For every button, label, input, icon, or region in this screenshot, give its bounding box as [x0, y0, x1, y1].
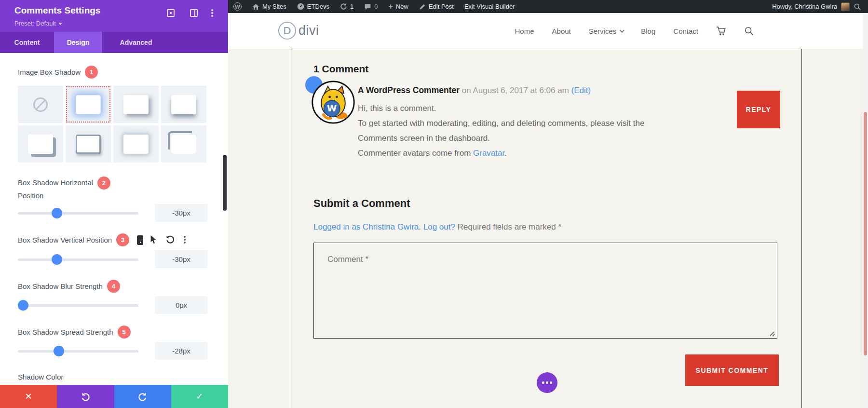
- panel-menu-kebab-icon[interactable]: [211, 9, 213, 17]
- spread-strength-value[interactable]: -28px: [155, 342, 208, 360]
- slider-knob[interactable]: [18, 300, 28, 311]
- image-box-shadow-label-row: Image Box Shadow 1: [18, 66, 98, 79]
- comment-line-3: Comments screen in the dashboard.: [358, 134, 490, 143]
- spread-strength-label: Box Shadow Spread Strength: [18, 328, 113, 336]
- tab-content[interactable]: Content: [0, 32, 54, 53]
- shadow-preset-bottom-right[interactable]: [113, 86, 159, 123]
- my-sites-label: My Sites: [262, 3, 286, 10]
- logout-link[interactable]: Log out?: [423, 222, 455, 231]
- tab-design[interactable]: Design: [54, 32, 102, 53]
- blur-strength-value[interactable]: 0px: [155, 296, 208, 314]
- exit-visual-builder[interactable]: Exit Visual Builder: [459, 0, 520, 13]
- vertical-position-slider[interactable]: [18, 254, 138, 265]
- horizontal-position-value[interactable]: -30px: [155, 204, 208, 222]
- blur-strength-slider[interactable]: [18, 300, 138, 311]
- comment-line-1: Hi, this is a comment.: [358, 104, 436, 113]
- step-badge-5: 5: [118, 326, 131, 339]
- page-scrollbar[interactable]: [863, 13, 868, 408]
- panel-body: Image Box Shadow 1 Box Shadow Horizontal…: [0, 53, 228, 385]
- caret-down-icon: [58, 23, 62, 25]
- image-box-shadow-label: Image Box Shadow: [18, 68, 81, 76]
- responsive-phone-icon[interactable]: [137, 235, 143, 245]
- admin-search-icon[interactable]: [854, 3, 861, 11]
- comments-menu[interactable]: 0: [359, 0, 383, 13]
- submit-comment-button[interactable]: SUBMIT COMMENT: [685, 354, 779, 386]
- site-search-icon[interactable]: [744, 26, 754, 36]
- svg-text:W: W: [327, 103, 337, 113]
- divi-logo-icon: D: [278, 22, 296, 40]
- updates-icon: [340, 3, 347, 10]
- vertical-position-value[interactable]: -30px: [155, 250, 208, 268]
- redo-button[interactable]: [114, 385, 171, 408]
- step-badge-2: 2: [97, 177, 110, 190]
- howdy-menu[interactable]: Howdy, Christina Gwira: [772, 0, 837, 13]
- divi-logo-text: divi: [298, 23, 319, 38]
- horizontal-position-slider[interactable]: [18, 208, 138, 218]
- shadow-preset-bottom[interactable]: [161, 86, 206, 123]
- save-button[interactable]: ✓: [171, 385, 228, 408]
- undo-button[interactable]: [57, 385, 114, 408]
- logged-in-as-link[interactable]: Logged in as Christina Gwira: [313, 222, 419, 231]
- nav-home[interactable]: Home: [515, 27, 534, 35]
- page-preview: 1 Comment W A WordPress Commenter on Aug…: [228, 49, 868, 408]
- nav-services[interactable]: Services: [589, 27, 624, 35]
- site-logo[interactable]: D divi: [278, 22, 319, 40]
- wapuu-avatar-icon: W: [311, 80, 355, 124]
- cart-icon[interactable]: [716, 26, 726, 36]
- shadow-preset-soft-glow[interactable]: [113, 125, 159, 163]
- tab-advanced[interactable]: Advanced: [102, 32, 170, 53]
- spread-strength-slider[interactable]: [18, 346, 138, 356]
- comment-line-2: To get started with moderating, editing,…: [358, 119, 644, 128]
- reset-undo-icon[interactable]: [165, 235, 176, 245]
- slider-knob[interactable]: [52, 254, 62, 265]
- site-nav: Home About Services Blog Contact: [515, 13, 754, 49]
- blur-strength-label: Box Shadow Blur Strength: [18, 282, 103, 290]
- logged-in-line: Logged in as Christina Gwira. Log out? R…: [313, 222, 561, 232]
- section-options-dots-button[interactable]: [537, 372, 557, 393]
- wp-admin-bar: W My Sites ETDevs 1 0 +: [228, 0, 868, 13]
- hover-cursor-icon[interactable]: [149, 235, 160, 245]
- shadow-color-label: Shadow Color: [18, 373, 63, 381]
- panel-scrollbar-thumb[interactable]: [223, 155, 227, 211]
- slider-knob[interactable]: [52, 208, 62, 218]
- reply-button[interactable]: REPLY: [737, 91, 780, 128]
- edit-post-menu[interactable]: Edit Post: [414, 0, 459, 13]
- gravatar-link[interactable]: Gravatar: [473, 149, 504, 158]
- gauge-icon: [297, 3, 304, 10]
- discard-button[interactable]: ✕: [0, 385, 57, 408]
- step-badge-4: 4: [107, 280, 120, 293]
- comment-textarea[interactable]: [313, 243, 777, 339]
- nav-about[interactable]: About: [552, 27, 571, 35]
- page-scrollbar-thumb[interactable]: [864, 112, 867, 355]
- box-shadow-presets: [18, 86, 207, 163]
- preset-selector[interactable]: Preset: Default: [14, 20, 62, 27]
- shadow-preset-none[interactable]: [18, 86, 63, 123]
- none-icon: [33, 97, 48, 112]
- expand-modal-icon[interactable]: [167, 9, 175, 17]
- comments-settings-panel: Comments Settings Preset: Default Conten…: [0, 0, 228, 408]
- shadow-preset-border[interactable]: [66, 125, 111, 163]
- chevron-down-icon: [620, 28, 624, 33]
- panel-footer: ✕ ✓: [0, 385, 228, 408]
- panel-tabs: Content Design Advanced: [0, 32, 228, 53]
- comment-date: on August 6, 2017 at 6:06 am: [460, 86, 571, 95]
- shadow-preset-glow-selected[interactable]: [66, 86, 111, 123]
- split-view-icon[interactable]: [190, 9, 198, 17]
- option-kebab-icon[interactable]: [184, 236, 186, 245]
- shadow-preset-corner[interactable]: [161, 125, 206, 163]
- panel-title: Comments Settings: [14, 5, 100, 16]
- nav-blog[interactable]: Blog: [641, 27, 655, 35]
- user-avatar[interactable]: [841, 2, 850, 11]
- slider-knob[interactable]: [54, 346, 64, 356]
- new-content-menu[interactable]: + New: [383, 0, 414, 13]
- new-label: New: [396, 3, 408, 10]
- shadow-preset-hard-offset[interactable]: [18, 125, 63, 163]
- my-sites-menu[interactable]: My Sites: [247, 0, 292, 13]
- nav-contact[interactable]: Contact: [673, 27, 698, 35]
- updates-menu[interactable]: 1: [335, 0, 359, 13]
- comment-meta: A WordPress Commenter on August 6, 2017 …: [358, 85, 591, 95]
- etdevs-menu[interactable]: ETDevs: [292, 0, 335, 13]
- comment-count: 0: [374, 3, 378, 10]
- edit-comment-link[interactable]: (Edit): [571, 86, 591, 95]
- wp-logo-menu[interactable]: W: [228, 0, 247, 13]
